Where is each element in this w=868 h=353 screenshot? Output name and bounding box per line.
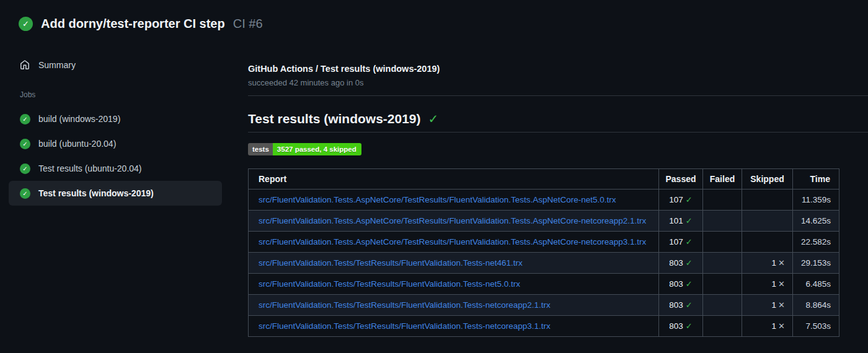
time-cell: 8.864s xyxy=(793,295,839,316)
passed-count: 803 xyxy=(669,279,683,289)
sidebar-item-test-results-ubuntu-20.04[interactable]: ✓Test results (ubuntu-20.04) xyxy=(9,156,222,181)
skipped-count: 1 xyxy=(772,258,777,268)
success-check-icon: ✓ xyxy=(20,163,30,174)
column-header-time: Time xyxy=(793,169,839,190)
job-label: build (windows-2019) xyxy=(38,114,120,124)
time-cell: 14.625s xyxy=(793,211,839,232)
run-title: Add dorny/test-reporter CI step xyxy=(41,17,225,31)
report-cell: src/FluentValidation.Tests/TestResults/F… xyxy=(249,274,659,295)
report-link[interactable]: src/FluentValidation.Tests.AspNetCore/Te… xyxy=(259,237,646,246)
section-title-row: Test results (windows-2019) ✓ xyxy=(248,111,868,126)
table-row: src/FluentValidation.Tests.AspNetCore/Te… xyxy=(249,211,839,232)
report-link[interactable]: src/FluentValidation.Tests/TestResults/F… xyxy=(259,321,551,331)
failed-cell xyxy=(703,253,742,274)
failed-cell xyxy=(703,295,742,316)
test-results-table: Report Passed Failed Skipped Time src/Fl… xyxy=(248,168,839,337)
table-row: src/FluentValidation.Tests.AspNetCore/Te… xyxy=(249,190,839,211)
table-row: src/FluentValidation.Tests.AspNetCore/Te… xyxy=(249,232,839,253)
sidebar: Summary Jobs ✓build (windows-2019)✓build… xyxy=(9,54,222,206)
passed-cell: 107✓ xyxy=(659,190,703,211)
skipped-cell: 1✕ xyxy=(742,295,793,316)
failed-cell xyxy=(703,190,742,211)
column-header-failed: Failed xyxy=(703,169,742,190)
report-link[interactable]: src/FluentValidation.Tests/TestResults/F… xyxy=(259,258,523,268)
report-link[interactable]: src/FluentValidation.Tests/TestResults/F… xyxy=(259,279,520,289)
report-cell: src/FluentValidation.Tests/TestResults/F… xyxy=(249,316,659,337)
passed-cell: 107✓ xyxy=(659,232,703,253)
passed-count: 803 xyxy=(669,300,683,310)
passed-count: 107 xyxy=(669,195,683,204)
skipped-cell xyxy=(742,211,793,232)
skipped-cell xyxy=(742,232,793,253)
jobs-section-label: Jobs xyxy=(9,90,222,99)
home-icon xyxy=(20,60,30,70)
main-content: GitHub Actions / Test results (windows-2… xyxy=(248,0,868,337)
time-cell: 11.359s xyxy=(793,190,839,211)
check-run-title: GitHub Actions / Test results (windows-2… xyxy=(248,64,868,74)
success-check-icon: ✓ xyxy=(19,17,33,31)
report-cell: src/FluentValidation.Tests/TestResults/F… xyxy=(249,295,659,316)
success-check-icon: ✓ xyxy=(20,114,30,124)
sidebar-item-summary[interactable]: Summary xyxy=(9,54,222,76)
report-cell: src/FluentValidation.Tests/TestResults/F… xyxy=(249,253,659,274)
sidebar-item-build-windows-2019[interactable]: ✓build (windows-2019) xyxy=(9,107,222,131)
section-title: Test results (windows-2019) xyxy=(248,111,421,126)
passed-cell: 803✓ xyxy=(659,316,703,337)
report-link[interactable]: src/FluentValidation.Tests.AspNetCore/Te… xyxy=(259,216,646,225)
skipped-cell xyxy=(742,190,793,211)
table-header-row: Report Passed Failed Skipped Time xyxy=(249,169,839,190)
report-cell: src/FluentValidation.Tests.AspNetCore/Te… xyxy=(249,190,659,211)
check-icon: ✓ xyxy=(686,237,693,246)
cross-icon: ✕ xyxy=(778,300,785,310)
skipped-count: 1 xyxy=(772,321,777,331)
sidebar-item-test-results-windows-2019[interactable]: ✓Test results (windows-2019) xyxy=(9,181,222,206)
column-header-skipped: Skipped xyxy=(742,169,793,190)
failed-cell xyxy=(703,274,742,295)
divider xyxy=(248,132,868,133)
skipped-cell: 1✕ xyxy=(742,316,793,337)
passed-cell: 803✓ xyxy=(659,253,703,274)
report-link[interactable]: src/FluentValidation.Tests.AspNetCore/Te… xyxy=(259,195,616,204)
summary-label: Summary xyxy=(38,60,76,70)
success-check-icon: ✓ xyxy=(20,139,30,149)
report-cell: src/FluentValidation.Tests.AspNetCore/Te… xyxy=(249,211,659,232)
jobs-list: ✓build (windows-2019)✓build (ubuntu-20.0… xyxy=(9,107,222,206)
passed-count: 107 xyxy=(669,237,683,246)
skipped-cell: 1✕ xyxy=(742,253,793,274)
failed-cell xyxy=(703,316,742,337)
passed-cell: 101✓ xyxy=(659,211,703,232)
time-cell: 29.153s xyxy=(793,253,839,274)
divider xyxy=(248,95,868,96)
skipped-count: 1 xyxy=(772,279,777,289)
check-icon: ✓ xyxy=(686,216,693,225)
column-header-passed: Passed xyxy=(659,169,703,190)
passed-count: 803 xyxy=(669,258,683,268)
tests-badge: tests3527 passed, 4 skipped xyxy=(248,143,361,155)
passed-count: 101 xyxy=(669,216,683,225)
check-run-status: succeeded 42 minutes ago in 0s xyxy=(248,78,868,87)
job-label: Test results (ubuntu-20.04) xyxy=(38,163,142,173)
check-icon: ✓ xyxy=(686,279,693,289)
success-check-icon: ✓ xyxy=(20,188,30,199)
skipped-count: 1 xyxy=(772,300,777,310)
success-check-icon: ✓ xyxy=(428,111,439,126)
column-header-report: Report xyxy=(249,169,659,190)
check-icon: ✓ xyxy=(686,195,693,204)
job-label: build (ubuntu-20.04) xyxy=(38,139,116,149)
check-icon: ✓ xyxy=(686,300,693,310)
job-label: Test results (windows-2019) xyxy=(38,188,154,198)
sidebar-item-build-ubuntu-20.04[interactable]: ✓build (ubuntu-20.04) xyxy=(9,131,222,156)
table-row: src/FluentValidation.Tests/TestResults/F… xyxy=(249,274,839,295)
time-cell: 6.485s xyxy=(793,274,839,295)
check-icon: ✓ xyxy=(686,321,693,331)
tests-badge-value: 3527 passed, 4 skipped xyxy=(273,143,361,155)
failed-cell xyxy=(703,211,742,232)
table-body: src/FluentValidation.Tests.AspNetCore/Te… xyxy=(249,190,839,337)
table-row: src/FluentValidation.Tests/TestResults/F… xyxy=(249,316,839,337)
run-header: ✓ Add dorny/test-reporter CI step CI #6 xyxy=(19,17,263,31)
report-link[interactable]: src/FluentValidation.Tests/TestResults/F… xyxy=(259,300,551,310)
cross-icon: ✕ xyxy=(778,321,785,331)
table-row: src/FluentValidation.Tests/TestResults/F… xyxy=(249,253,839,274)
failed-cell xyxy=(703,232,742,253)
passed-cell: 803✓ xyxy=(659,295,703,316)
